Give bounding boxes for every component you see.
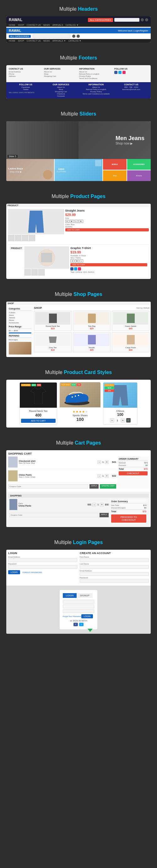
product-thumb-2b[interactable] xyxy=(31,269,38,276)
product-thumb-2c[interactable] xyxy=(38,269,45,276)
modal-tab-signup[interactable]: SIGNUP xyxy=(77,593,93,598)
size-l2[interactable]: L xyxy=(79,259,83,262)
nav-contact-2[interactable]: CONTACT US xyxy=(27,40,41,42)
sidebar-shoes[interactable]: Shoes xyxy=(9,319,31,321)
coupon-input[interactable] xyxy=(8,484,88,489)
login-password-input[interactable] xyxy=(8,565,77,569)
qty-dec-2[interactable]: - xyxy=(97,474,101,478)
pcard-1-price: 400 xyxy=(21,413,55,417)
sidebar-jackets[interactable]: Jackets xyxy=(9,317,31,319)
add-to-cart-btn-1[interactable]: ADD TO CART xyxy=(65,228,149,231)
product-thumb-1c[interactable] xyxy=(22,235,28,241)
cart-summary-title: ORDER SUMMARY xyxy=(119,458,148,461)
qty-inc-1[interactable]: + xyxy=(105,460,109,464)
nav-news-2[interactable]: NEWS xyxy=(43,40,50,42)
product-thumb-1d[interactable] xyxy=(29,235,35,241)
add-to-cart-btn-style1[interactable]: ADD TO CART xyxy=(21,419,55,423)
shop-product-name-1: Round Neck Tee xyxy=(35,325,70,327)
forgot-password-link[interactable]: FORGOT PASSWORD xyxy=(23,571,42,573)
cart2-qty-dec-1[interactable]: - xyxy=(92,503,96,506)
cart2-qty-inc-1[interactable]: + xyxy=(100,503,104,506)
qty-inc-2[interactable]: + xyxy=(105,474,109,478)
sidebar-tshirts[interactable]: T-Shirts xyxy=(9,312,31,314)
qty-dec-1[interactable]: - xyxy=(97,460,101,464)
register-email-input[interactable] xyxy=(80,572,149,576)
qty-increment[interactable]: + xyxy=(121,418,125,423)
add-to-cart-btn-2[interactable]: ADD TO CART xyxy=(70,263,147,266)
sidebar-jeans[interactable]: Jeans xyxy=(9,314,31,316)
pcard-3-name: Chinos xyxy=(105,410,136,412)
size-s[interactable]: S xyxy=(65,220,69,223)
shop-product-1: Round Neck Tee $15 xyxy=(34,311,72,331)
nav-home-2[interactable]: HOME xyxy=(9,40,15,42)
cart-item-info-2: Chino Pants Size: L Color: Khaki xyxy=(19,474,96,478)
size-l[interactable]: L xyxy=(74,220,78,223)
slider-sub-item-green[interactable]: ACCESSORIES xyxy=(127,159,151,170)
header-search-box-1[interactable] xyxy=(114,18,140,22)
apply-btn-2[interactable]: APPLY xyxy=(100,513,109,517)
twitter-icon[interactable] xyxy=(118,71,121,74)
facebook-icon[interactable] xyxy=(114,71,117,74)
share-twitter[interactable] xyxy=(74,267,77,271)
login-email-input[interactable] xyxy=(8,558,77,562)
product-thumb-1b[interactable] xyxy=(15,235,22,241)
instagram-icon[interactable] xyxy=(122,71,126,74)
apply-coupon-btn[interactable]: APPLY xyxy=(89,484,99,489)
coupon-input-2[interactable] xyxy=(9,513,98,517)
register-firstname-input[interactable] xyxy=(80,558,149,562)
product-thumb-2a[interactable] xyxy=(25,269,31,276)
register-lastname-input[interactable] xyxy=(80,565,149,569)
headers-section: Multiple Headers RAWAL ALL CATEGORIES HO… xyxy=(0,0,157,49)
slider-sub-item-orange[interactable]: Shop xyxy=(103,170,126,181)
star-5: ★ xyxy=(85,410,88,413)
sidebar-accessories[interactable]: Accessories xyxy=(9,322,31,324)
nav-arrivals-2[interactable]: ARRIVALS ▼ xyxy=(52,40,66,42)
slider-sub-item-purple[interactable]: All Items xyxy=(127,170,151,181)
nav-catalog-2[interactable]: CATALOG ▼ xyxy=(69,40,81,42)
modal-forgot-link[interactable]: Forgot Your Password xyxy=(63,616,81,617)
register-form-title: CREATE AN ACCOUNT xyxy=(80,552,149,555)
proceed-btn[interactable]: PROCEED TO CHECKOUT xyxy=(111,515,146,523)
modal-password2-input[interactable] xyxy=(63,609,94,613)
modal-login-btn[interactable]: LOGIN xyxy=(81,614,93,618)
nav-arrivals-1[interactable]: ARRIVALS xyxy=(52,24,63,26)
cart-add-icon[interactable]: 🛒 xyxy=(126,418,131,423)
login-submit-btn[interactable]: LOGIN xyxy=(8,570,20,574)
bag-image xyxy=(43,170,52,180)
nav-news-1[interactable]: NEWS xyxy=(43,24,50,26)
size-xl[interactable]: XL xyxy=(79,220,83,223)
product-page-right-2: Graphic T-Shirt $19.99 Available: In Sto… xyxy=(70,247,147,276)
all-categories-btn-1[interactable]: ALL CATEGORIES xyxy=(88,18,113,22)
nav-contact-1[interactable]: CONTACT US xyxy=(27,24,41,26)
modal-password-input[interactable] xyxy=(63,604,94,608)
nav-home-1[interactable]: HOME xyxy=(9,24,15,26)
modal-tab-login[interactable]: LOGIN xyxy=(63,593,77,598)
shop-main-title: SHOP xyxy=(34,306,42,309)
nav-catalog-1[interactable]: CATALOG ▼ xyxy=(66,24,79,26)
size-s2[interactable]: S xyxy=(70,259,74,262)
shop-sort[interactable]: Sort by: Default xyxy=(136,307,150,309)
nav-shop-1[interactable]: SHOP xyxy=(18,24,24,26)
slider-sub-ladies-bags[interactable]: Ladies Bags Shop now ▶ xyxy=(6,159,54,181)
register-password-input[interactable] xyxy=(80,579,149,583)
all-categories-btn-2[interactable]: ALL CATEGORIES xyxy=(9,35,31,38)
product-card-styles-section: Multiple Product Card Styles FEATURED NE… xyxy=(0,363,157,434)
qty-decrement[interactable]: − xyxy=(110,418,114,423)
price-slider[interactable] xyxy=(9,333,31,333)
cart-item-qty-1: - 1 + xyxy=(97,460,109,464)
modal-email-input[interactable] xyxy=(63,600,94,603)
slider-sub-item-red[interactable]: MOBILE xyxy=(103,159,126,170)
twitter-login-btn[interactable]: t xyxy=(79,623,83,626)
checkout-btn[interactable]: CHECKOUT xyxy=(119,471,148,475)
cart-summary-1: ORDER SUMMARY Subtotal $73 Discount $0 T… xyxy=(117,457,149,489)
size-m[interactable]: M xyxy=(70,220,74,223)
header-search-box-2[interactable] xyxy=(33,34,70,38)
update-cart-btn[interactable]: UPDATE CART xyxy=(100,484,116,489)
share-facebook[interactable] xyxy=(70,267,74,271)
share-instagram[interactable] xyxy=(78,267,81,271)
facebook-login-btn[interactable]: f xyxy=(74,623,78,626)
size-m2[interactable]: M xyxy=(75,259,79,262)
nav-shop-2[interactable]: SHOP xyxy=(18,40,24,42)
product-thumb-1a[interactable] xyxy=(8,235,14,241)
slider-sub-kids[interactable]: KIDS CLOTHING xyxy=(55,159,102,181)
